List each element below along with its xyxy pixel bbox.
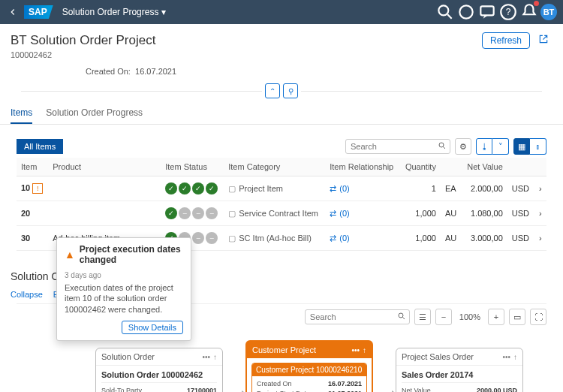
col-item: Item: [17, 158, 48, 176]
progress-search-input[interactable]: [309, 311, 397, 323]
node-menu-icon[interactable]: •••: [351, 346, 360, 354]
anchor-tabs: Items Solution Order Progress: [0, 103, 563, 125]
row-nav-icon[interactable]: ›: [534, 226, 546, 251]
svg-point-1: [459, 5, 472, 18]
col-product: Product: [48, 158, 161, 176]
relationship-link[interactable]: ⇄(0): [330, 234, 395, 243]
relationship-icon: ⇄: [330, 209, 336, 219]
collapse-link[interactable]: Collapse: [11, 290, 43, 299]
export-icon[interactable]: ⭳: [476, 138, 492, 155]
items-search[interactable]: [345, 139, 450, 154]
popover-title: Project execution dates changed: [80, 244, 183, 265]
category-icon: ▢: [228, 234, 236, 243]
node-data-row: Project Start Date01.07.2021: [257, 389, 362, 392]
node-collapse-icon[interactable]: ↑: [363, 346, 366, 354]
col-category: Item Category: [224, 158, 325, 176]
svg-point-5: [439, 143, 444, 147]
help-icon[interactable]: ?: [498, 2, 518, 22]
share-icon[interactable]: [534, 32, 552, 49]
tab-items[interactable]: Items: [11, 103, 32, 124]
view-chart-icon[interactable]: ⫾: [530, 138, 546, 155]
collapse-header-icon[interactable]: ⌃: [265, 83, 280, 98]
status-dot: ✓: [165, 182, 177, 194]
items-section: All Items ⚙ ⭳ ˅ ▦ ⫾ Item Product Item St…: [0, 125, 563, 258]
items-search-input[interactable]: [349, 140, 438, 152]
table-row[interactable]: 10!✓✓✓✓▢Project Item⇄(0)1EA2.000,00USD›: [17, 176, 546, 201]
node-data-row: Created On16.07.2021: [257, 379, 362, 389]
back-button[interactable]: [6, 7, 20, 17]
shell-title[interactable]: Solution Order Progress▾: [62, 7, 167, 17]
object-id: 100002462: [11, 50, 552, 59]
relationship-link[interactable]: ⇄(0): [330, 184, 395, 194]
process-flow-canvas: Solution Order•••↑ Solution Order 100002…: [17, 333, 546, 392]
relationship-icon: ⇄: [330, 234, 336, 243]
search-icon: [438, 141, 447, 152]
search-icon: [397, 312, 406, 322]
row-nav-icon[interactable]: ›: [534, 201, 546, 226]
zoom-out-icon[interactable]: −: [435, 309, 452, 325]
status-dot: ✓: [165, 207, 177, 219]
feedback-icon[interactable]: [477, 2, 497, 22]
warning-icon: ▲: [65, 249, 75, 261]
search-icon[interactable]: [435, 2, 455, 22]
legend-icon[interactable]: ☰: [414, 309, 431, 325]
notification-badge: [534, 1, 539, 6]
col-status: Item Status: [161, 158, 224, 176]
progress-search[interactable]: [305, 309, 410, 324]
copilot-icon[interactable]: [456, 2, 476, 22]
zoom-value: 100%: [456, 312, 483, 321]
popover-time: 3 days ago: [65, 271, 183, 279]
node-collapse-icon[interactable]: ↑: [513, 353, 517, 361]
node-collapse-icon[interactable]: ↑: [213, 353, 217, 361]
relationship-link[interactable]: ⇄(0): [330, 209, 395, 219]
svg-text:?: ?: [506, 7, 511, 17]
shell-header: SAP Solution Order Progress▾ ? BT: [0, 0, 563, 24]
node-sales-order[interactable]: Project Sales Order•••↑ Sales Order 2017…: [396, 348, 523, 392]
settings-icon[interactable]: ⚙: [455, 138, 471, 155]
status-dot: ✓: [179, 182, 191, 194]
sap-logo: SAP: [24, 5, 53, 19]
col-unit: [441, 158, 462, 176]
tab-progress[interactable]: Solution Order Progress: [46, 103, 143, 124]
svg-point-6: [399, 313, 403, 318]
object-page-header: BT Solution Order Project Refresh 100002…: [0, 24, 563, 98]
col-quantity: Quantity: [400, 158, 441, 176]
col-nav: [534, 158, 546, 176]
row-nav-icon[interactable]: ›: [534, 176, 546, 201]
zoom-in-icon[interactable]: +: [488, 309, 504, 325]
status-dot: –: [206, 207, 218, 219]
status-dot: –: [206, 232, 218, 244]
page-title: BT Solution Order Project: [11, 33, 155, 48]
node-solution-order[interactable]: Solution Order•••↑ Solution Order 100002…: [95, 348, 223, 392]
refresh-button[interactable]: Refresh: [482, 32, 530, 49]
created-on: Created On: 16.07.2021: [86, 67, 552, 76]
node-data-row: Net Value2000.00 USD: [402, 386, 517, 392]
popover-body: Execution dates of the project item 10 o…: [65, 282, 183, 315]
notification-icon[interactable]: [519, 2, 539, 22]
svg-rect-2: [480, 6, 493, 15]
pin-header-icon[interactable]: ⚲: [283, 83, 298, 98]
col-relationship: Item Relationship: [325, 158, 399, 176]
svg-point-0: [438, 5, 448, 15]
category-icon: ▢: [228, 209, 236, 219]
status-dot: –: [192, 232, 204, 244]
show-details-button[interactable]: Show Details: [122, 321, 183, 334]
col-currency: [507, 158, 534, 176]
table-row[interactable]: 20✓–––▢Service Contract Item⇄(0)1,000AU1…: [17, 201, 546, 226]
node-menu-icon[interactable]: •••: [202, 353, 210, 361]
fullscreen-icon[interactable]: ⛶: [530, 309, 546, 325]
notification-popover: ▲Project execution dates changed 3 days …: [56, 237, 191, 341]
col-netvalue: Net Value: [462, 158, 507, 176]
status-dot: –: [192, 207, 204, 219]
status-dot: –: [179, 207, 191, 219]
filter-all-button[interactable]: All Items: [17, 139, 63, 154]
user-avatar[interactable]: BT: [540, 4, 557, 20]
view-grid-icon[interactable]: ▦: [513, 138, 530, 155]
export-dropdown-icon[interactable]: ˅: [492, 138, 509, 155]
node-customer-project[interactable]: Customer Project•••↑ Customer Project 10…: [245, 340, 373, 392]
category-icon: ▢: [228, 184, 236, 194]
node-data-row: Sold-To Party17100001: [101, 386, 217, 392]
node-menu-icon[interactable]: •••: [502, 353, 510, 361]
fit-icon[interactable]: ▭: [509, 309, 525, 325]
chevron-down-icon: ▾: [161, 7, 166, 17]
